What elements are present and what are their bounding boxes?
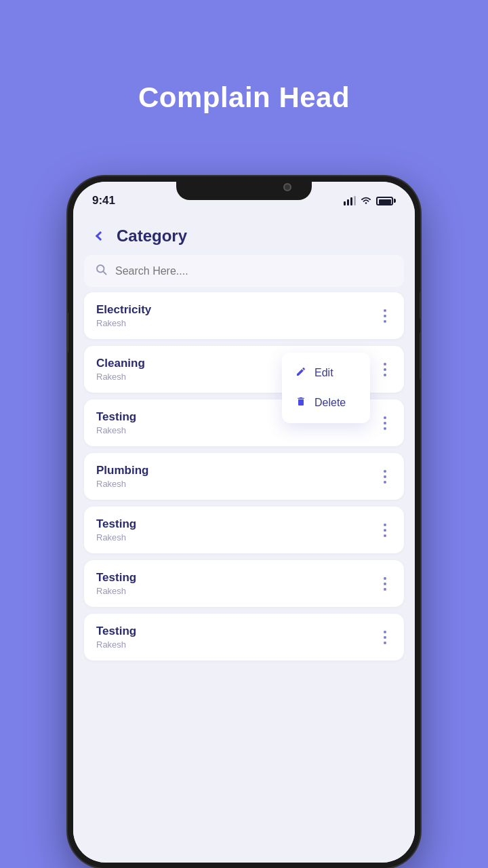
item-info: Cleaning Rakesh <box>96 357 145 382</box>
edit-icon <box>296 366 306 380</box>
dot <box>384 529 386 532</box>
item-sub: Rakesh <box>96 425 136 435</box>
item-name: Testing <box>96 625 136 638</box>
signal-icon <box>344 196 356 205</box>
more-options-button[interactable] <box>378 521 392 540</box>
dot <box>384 363 386 366</box>
item-info: Plumbing Rakesh <box>96 464 148 489</box>
header-title: Category <box>117 226 187 245</box>
dot <box>384 636 386 639</box>
dot <box>384 524 386 526</box>
item-name: Plumbing <box>96 464 148 477</box>
phone-frame: 9:41 <box>68 176 420 868</box>
item-name: Testing <box>96 517 136 531</box>
item-name: Electricity <box>96 303 151 317</box>
context-menu: Edit Delete <box>282 353 370 423</box>
delete-menu-item[interactable]: Delete <box>282 388 370 418</box>
more-options-button[interactable] <box>378 414 392 433</box>
battery-icon <box>376 197 396 205</box>
wifi-icon <box>360 196 372 205</box>
svg-rect-0 <box>344 201 346 205</box>
content-area: Category Electricity Rakesh <box>73 214 415 863</box>
search-icon <box>95 263 107 279</box>
app-header: Category <box>73 214 415 255</box>
item-sub: Rakesh <box>96 532 136 542</box>
list-item: Cleaning Rakesh <box>84 346 404 393</box>
power-button <box>420 292 420 319</box>
item-name: Cleaning <box>96 357 145 370</box>
dot <box>384 475 386 478</box>
dot <box>384 422 386 425</box>
more-options-button[interactable] <box>378 467 392 486</box>
delete-label: Delete <box>314 397 346 409</box>
delete-icon <box>296 396 306 410</box>
item-sub: Rakesh <box>96 372 145 382</box>
item-name: Testing <box>96 571 136 585</box>
dot <box>384 315 386 317</box>
list-item: Testing Rakesh <box>84 614 404 660</box>
item-sub: Rakesh <box>96 586 136 596</box>
item-info: Testing Rakesh <box>96 625 136 650</box>
svg-line-5 <box>103 271 106 274</box>
dot <box>384 374 386 376</box>
item-info: Electricity Rakesh <box>96 303 151 328</box>
dot <box>384 368 386 371</box>
item-name: Testing <box>96 410 136 424</box>
dot <box>384 416 386 419</box>
page-title: Complain Head <box>138 81 350 114</box>
item-sub: Rakesh <box>96 318 151 328</box>
back-button[interactable] <box>89 225 111 247</box>
edit-label: Edit <box>314 367 333 379</box>
list-item: Plumbing Rakesh <box>84 453 404 500</box>
phone-screen: 9:41 <box>73 182 415 863</box>
svg-rect-1 <box>347 199 349 205</box>
item-info: Testing Rakesh <box>96 571 136 596</box>
svg-rect-3 <box>354 196 356 205</box>
dot <box>384 583 386 585</box>
dot <box>384 577 386 580</box>
more-options-button[interactable] <box>378 307 392 326</box>
list-item: Testing Rakesh <box>84 507 404 553</box>
dot <box>384 631 386 633</box>
item-sub: Rakesh <box>96 639 136 650</box>
edit-menu-item[interactable]: Edit <box>282 358 370 388</box>
dot <box>384 309 386 312</box>
dot <box>384 427 386 430</box>
status-time: 9:41 <box>92 194 115 208</box>
back-chevron-icon <box>96 231 105 241</box>
camera <box>283 183 291 191</box>
search-bar[interactable] <box>84 255 404 287</box>
dot <box>384 534 386 537</box>
list-item: Testing Rakesh <box>84 560 404 607</box>
status-icons <box>344 196 396 205</box>
list-item: Electricity Rakesh <box>84 292 404 339</box>
dot <box>384 470 386 473</box>
item-sub: Rakesh <box>96 479 148 489</box>
volume-button <box>68 312 68 353</box>
dot <box>384 588 386 591</box>
search-input[interactable] <box>115 265 393 277</box>
more-options-button[interactable] <box>378 628 392 647</box>
dot <box>384 481 386 484</box>
svg-rect-2 <box>350 197 352 205</box>
item-info: Testing Rakesh <box>96 517 136 542</box>
notch <box>176 176 312 200</box>
item-info: Testing Rakesh <box>96 410 136 435</box>
silent-button <box>420 332 420 380</box>
dot <box>384 320 386 323</box>
category-list: Electricity Rakesh Cleaning Rakesh <box>73 292 415 667</box>
more-options-button[interactable] <box>378 360 392 379</box>
more-options-button[interactable] <box>378 574 392 593</box>
dot <box>384 642 386 644</box>
